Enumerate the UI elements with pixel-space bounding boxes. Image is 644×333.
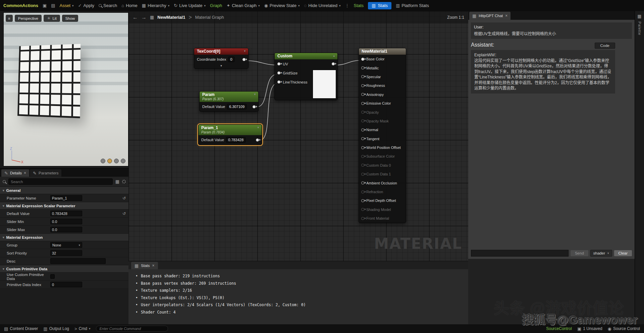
breadcrumb-root[interactable]: NewMaterial1 xyxy=(157,15,185,20)
browse-asset-icon[interactable]: ▤ xyxy=(51,3,55,8)
node-param1[interactable]: Param_1Param (0.7834) ▾ Default Value 0.… xyxy=(198,124,262,145)
section-general[interactable]: ▾General xyxy=(0,187,128,194)
material-pin-row[interactable]: Roughness xyxy=(359,81,406,90)
input-pin-icon[interactable] xyxy=(361,137,364,140)
sort-priority-field[interactable] xyxy=(50,250,82,256)
palette-sidebar-tab[interactable]: ▦ Palette xyxy=(635,11,644,324)
tab-details[interactable]: ✎Details× xyxy=(1,169,29,177)
input-pin-icon[interactable] xyxy=(277,80,280,84)
chevron-up-icon[interactable]: ▴ xyxy=(333,54,335,57)
chevron-down-icon[interactable]: ▾ xyxy=(257,126,259,129)
slider-max-field[interactable] xyxy=(50,227,82,232)
output-pin-icon[interactable] xyxy=(243,58,246,61)
input-pin-icon[interactable] xyxy=(361,58,364,61)
material-pin-row[interactable]: Ambient Occlusion xyxy=(359,178,406,187)
reset-to-default-icon[interactable]: ↺ xyxy=(122,211,126,216)
forward-icon[interactable]: → xyxy=(141,14,147,20)
output-pin-icon[interactable] xyxy=(332,62,335,65)
input-pin-icon[interactable] xyxy=(361,128,364,131)
input-pin-icon[interactable] xyxy=(361,75,364,78)
material-pin-row[interactable]: Emissive Color xyxy=(359,99,406,108)
node-param1-header[interactable]: Param_1Param (0.7834) ▾ xyxy=(199,125,262,135)
hide-unrelated-menu[interactable]: ◌Hide Unrelated▾ xyxy=(304,3,340,8)
view-options-grid-icon[interactable]: ▦ xyxy=(115,179,119,184)
unsaved-indicator[interactable]: ▣1 Unsaved xyxy=(577,326,602,331)
tab-stats[interactable]: ▦Stats× xyxy=(131,262,158,269)
parameter-name-field[interactable] xyxy=(50,195,82,201)
material-pin-row[interactable]: Anisotropy xyxy=(359,90,406,99)
perspective-button[interactable]: Perspective xyxy=(15,15,42,22)
node-param-header[interactable]: ParamParam (6.307) ▾ xyxy=(200,92,258,102)
preview-shape-teapot-button[interactable] xyxy=(121,159,125,163)
material-pin-row[interactable]: Base Color xyxy=(359,55,406,63)
material-pin-row[interactable]: Normal xyxy=(359,125,406,134)
save-icon[interactable]: ▣ xyxy=(43,3,47,8)
output-pin-icon[interactable] xyxy=(256,138,259,142)
preview-shape-cylinder-button[interactable] xyxy=(101,159,105,163)
group-dropdown[interactable]: None▾ xyxy=(50,242,82,248)
node-param[interactable]: ParamParam (6.307) ▾ Default Value 6.307… xyxy=(199,91,259,112)
console-command-input[interactable] xyxy=(96,326,168,332)
section-material-expression[interactable]: ▾Material Expression xyxy=(0,234,128,241)
lit-button[interactable]: ☀Lit xyxy=(44,15,60,22)
output-log-button[interactable]: ▥Output Log xyxy=(43,326,69,331)
input-pin-icon[interactable] xyxy=(361,199,364,202)
input-pin-icon[interactable] xyxy=(361,181,364,184)
material-pin-row[interactable]: Metallic xyxy=(359,63,406,72)
tab-parameters[interactable]: ✎Parameters xyxy=(30,169,61,177)
node-expand-chevron[interactable]: ▾ xyxy=(194,64,248,68)
input-pin-icon[interactable] xyxy=(277,62,280,65)
preview-shape-sphere-button[interactable] xyxy=(107,159,112,163)
platform-stats-button[interactable]: ▥Platform Stats xyxy=(396,3,429,8)
output-pin-icon[interactable] xyxy=(253,105,256,108)
asset-menu[interactable]: Asset▾ xyxy=(60,3,74,8)
input-pin-icon[interactable] xyxy=(361,146,364,149)
stats-label[interactable]: Stats xyxy=(354,3,364,8)
material-pin-row[interactable]: Pixel Depth Offset xyxy=(359,196,406,205)
section-scalar-parameter[interactable]: ▾Material Expression Scalar Parameter xyxy=(0,202,128,210)
desc-field[interactable] xyxy=(50,258,106,264)
node-custom-header[interactable]: Custom▴ xyxy=(275,53,337,59)
material-pin-row[interactable]: Tangent xyxy=(359,134,406,143)
live-update-menu[interactable]: ↻Live Update▾ xyxy=(174,3,206,8)
viewport-menu-button[interactable]: ≡ xyxy=(6,15,13,22)
input-pin-icon[interactable] xyxy=(361,66,364,69)
input-pin-icon[interactable] xyxy=(361,93,364,96)
tab-httpgpt-chat[interactable]: ▦HttpGPT Chat× xyxy=(469,12,511,20)
clear-button[interactable]: Clear xyxy=(614,250,632,256)
material-pin-row[interactable]: World Position Offset xyxy=(359,143,406,152)
reset-to-default-icon[interactable]: ↺ xyxy=(122,196,126,201)
hierarchy-menu[interactable]: ▦Hierarchy▾ xyxy=(142,3,169,8)
node-material-header[interactable]: NewMaterial1 xyxy=(359,48,406,55)
node-custom[interactable]: Custom▴ UV GridSize LineThickness xyxy=(274,53,338,100)
chat-input[interactable] xyxy=(471,250,569,257)
gear-icon[interactable] xyxy=(122,180,126,183)
section-custom-primitive-data[interactable]: ▾Custom Primitive Data xyxy=(0,265,128,273)
cmd-dropdown[interactable]: >Cmd▾ xyxy=(74,326,90,331)
preview-state-menu[interactable]: ◉Preview State▾ xyxy=(264,3,300,8)
apply-button[interactable]: ✓Apply xyxy=(78,3,94,8)
home-button[interactable]: ⌂Home xyxy=(121,3,138,8)
use-custom-primitive-data-checkbox[interactable] xyxy=(50,274,55,279)
input-pin-icon[interactable] xyxy=(361,84,364,87)
close-icon[interactable]: × xyxy=(152,263,155,268)
node-texcoord[interactable]: TexCoord[0]▾ Coordinate Index 0 ▾ xyxy=(194,48,249,69)
node-texcoord-header[interactable]: TexCoord[0]▾ xyxy=(194,48,248,55)
stats-button[interactable]: ▥Stats xyxy=(368,2,391,9)
default-value-field[interactable] xyxy=(50,211,82,216)
search-button[interactable]: Search xyxy=(99,3,117,8)
graph-label[interactable]: Graph xyxy=(210,3,222,8)
close-icon[interactable]: × xyxy=(24,171,26,175)
input-pin-icon[interactable] xyxy=(277,71,280,74)
input-pin-icon[interactable] xyxy=(361,102,364,105)
param-default-value[interactable]: 6.307109 xyxy=(227,104,247,109)
primitive-data-index-field[interactable] xyxy=(50,282,82,287)
code-button[interactable]: Code xyxy=(595,43,615,49)
source-control-button[interactable]: ◉Source Control xyxy=(608,326,640,331)
content-drawer-button[interactable]: ▤Content Drawer xyxy=(4,326,38,331)
clean-graph-menu[interactable]: ✦Clean Graph▾ xyxy=(226,3,260,8)
material-pin-row[interactable]: Specular xyxy=(359,72,406,81)
back-icon[interactable]: ← xyxy=(132,14,138,20)
node-material-result[interactable]: NewMaterial1 Base Color Metallic Specula… xyxy=(359,48,406,223)
show-button[interactable]: Show xyxy=(62,15,78,22)
